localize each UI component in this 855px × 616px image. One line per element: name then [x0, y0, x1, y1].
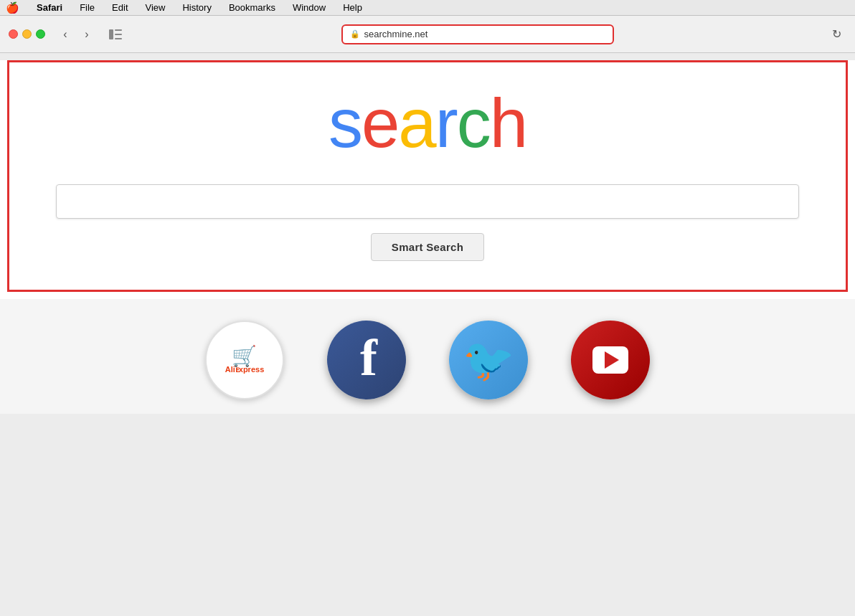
menu-history[interactable]: History: [179, 1, 214, 14]
back-button[interactable]: ‹: [55, 24, 75, 44]
search-logo: search: [329, 84, 526, 163]
twitter-bird-icon: 🐦: [463, 336, 514, 384]
quick-link-facebook[interactable]: f: [327, 321, 406, 399]
svg-rect-2: [115, 34, 122, 35]
aliexpress-icon: 🛒 Aliᴇxpress: [205, 321, 284, 399]
facebook-letter: f: [360, 328, 377, 388]
sidebar-toggle-button[interactable]: [105, 24, 126, 44]
svg-rect-1: [115, 29, 122, 31]
logo-letter-a: a: [398, 85, 435, 161]
quick-links: 🛒 Aliᴇxpress f 🐦: [0, 299, 855, 414]
address-bar[interactable]: 🔒 searchmine.net: [341, 24, 614, 44]
search-input[interactable]: [56, 184, 799, 219]
logo-letter-c: c: [457, 85, 490, 161]
svg-rect-0: [109, 29, 113, 39]
logo-letter-s: s: [329, 85, 362, 161]
youtube-play-button: [592, 346, 628, 374]
logo-letter-r: r: [435, 85, 457, 161]
quick-link-aliexpress[interactable]: 🛒 Aliᴇxpress: [205, 321, 284, 399]
forward-button[interactable]: ›: [77, 24, 97, 44]
menu-bar: 🍎 Safari File Edit View History Bookmark…: [0, 0, 855, 16]
menu-edit[interactable]: Edit: [109, 1, 131, 14]
nav-buttons: ‹ ›: [55, 24, 97, 44]
svg-rect-3: [115, 38, 122, 39]
minimize-button[interactable]: [22, 29, 32, 39]
smart-search-button[interactable]: Smart Search: [371, 233, 484, 261]
menu-safari[interactable]: Safari: [34, 1, 65, 14]
search-input-wrapper: [56, 184, 799, 219]
reload-button[interactable]: ↻: [826, 24, 846, 44]
quick-link-twitter[interactable]: 🐦: [449, 321, 528, 399]
maximize-button[interactable]: [36, 29, 45, 39]
traffic-lights: [9, 29, 45, 39]
twitter-icon: 🐦: [449, 321, 528, 399]
aliexpress-text: Aliᴇxpress: [225, 365, 265, 374]
menu-help[interactable]: Help: [340, 1, 365, 14]
menu-bookmarks[interactable]: Bookmarks: [226, 1, 278, 14]
apple-menu[interactable]: 🍎: [6, 1, 19, 14]
quick-link-youtube[interactable]: [571, 321, 650, 399]
browser-content: search Smart Search 🛒 Aliᴇxpress f: [0, 60, 855, 414]
browser-chrome: ‹ › 🔒 searchmine.net ↻: [0, 16, 855, 53]
url-text: searchmine.net: [364, 29, 428, 39]
youtube-icon: [571, 321, 650, 399]
menu-file[interactable]: File: [77, 1, 98, 14]
lock-icon: 🔒: [350, 29, 360, 39]
logo-letter-e: e: [362, 85, 398, 161]
address-area: 🔒 searchmine.net: [134, 24, 821, 44]
search-container: search Smart Search: [7, 60, 848, 292]
play-triangle-icon: [605, 351, 619, 369]
facebook-icon: f: [327, 321, 406, 399]
close-button[interactable]: [9, 29, 18, 39]
menu-window[interactable]: Window: [290, 1, 329, 14]
menu-view[interactable]: View: [143, 1, 169, 14]
aliexpress-cart-icon: 🛒: [232, 346, 257, 366]
logo-letter-h: h: [490, 85, 526, 161]
